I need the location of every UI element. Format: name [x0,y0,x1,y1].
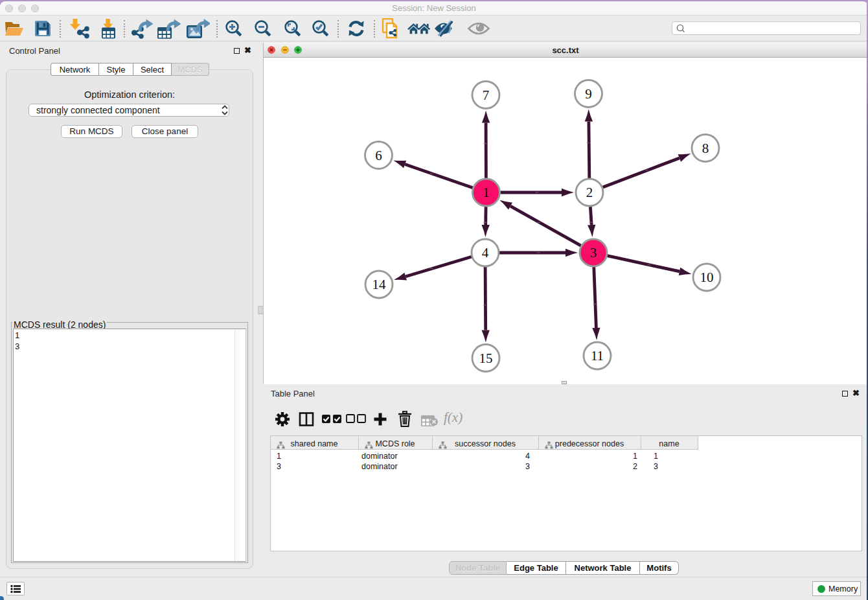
svg-text:6: 6 [375,148,382,163]
svg-text:7: 7 [483,87,490,103]
svg-text:14: 14 [372,277,387,292]
svg-text:2: 2 [586,185,593,200]
svg-text:4: 4 [482,245,489,260]
svg-text:15: 15 [479,351,493,366]
svg-text:3: 3 [590,245,597,260]
svg-text:9: 9 [585,86,592,102]
svg-text:8: 8 [702,141,709,156]
svg-text:1: 1 [483,185,490,200]
svg-text:11: 11 [591,348,604,363]
svg-text:10: 10 [700,270,714,285]
